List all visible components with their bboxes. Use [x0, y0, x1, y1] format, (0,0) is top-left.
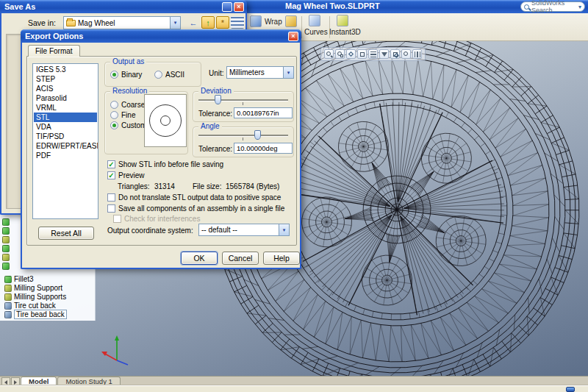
rotate-view-icon[interactable] — [346, 49, 356, 59]
deviation-slider[interactable] — [198, 94, 288, 104]
custom-radio-row[interactable]: Custom — [110, 121, 146, 129]
translate-checkbox-row[interactable]: Do not translate STL output data to posi… — [107, 193, 281, 202]
appearance-icon[interactable] — [412, 49, 422, 59]
tree-item-tire-bead-back[interactable]: Tire bead back — [4, 310, 67, 318]
single-file-checkbox[interactable] — [107, 204, 115, 213]
interferences-checkbox — [113, 215, 121, 223]
cancel-button[interactable]: Cancel — [222, 252, 259, 265]
tree-item-milling-supports[interactable]: Milling Supports — [4, 293, 66, 301]
feature-tree-item-stub[interactable] — [2, 227, 10, 235]
tab-model[interactable]: Model — [21, 377, 57, 385]
slider-tick — [243, 138, 243, 140]
close-icon[interactable]: × — [234, 2, 244, 12]
binary-radio-row[interactable]: Binary — [110, 71, 142, 79]
zoom-fit-icon[interactable] — [324, 49, 334, 59]
display-style-icon[interactable] — [390, 49, 400, 59]
up-folder-icon[interactable]: ↑ — [201, 16, 215, 29]
angle-tolerance-field[interactable]: 10.00000deg — [234, 143, 293, 154]
ascii-radio[interactable] — [154, 71, 162, 79]
slider-thumb[interactable] — [254, 130, 261, 140]
boss-extrude-icon — [4, 285, 12, 292]
status-indicator-icon[interactable] — [566, 387, 575, 392]
coord-system-combobox[interactable]: -- default -- ▾ — [198, 224, 290, 236]
format-option[interactable]: TIF/PSD — [34, 132, 97, 141]
format-option[interactable]: VRML — [34, 103, 97, 113]
view-orientation-icon[interactable] — [379, 49, 389, 59]
zoom-area-icon[interactable] — [335, 49, 345, 59]
chevron-down-icon[interactable]: ▾ — [279, 224, 289, 235]
preview-checkbox[interactable]: ✓ — [107, 171, 115, 179]
show-stl-info-checkbox[interactable]: ✓ — [107, 160, 115, 168]
toolbar-separator — [301, 16, 302, 38]
new-folder-icon[interactable]: * — [216, 16, 229, 29]
save-in-combobox[interactable]: Mag Wheel ▾ — [63, 16, 181, 29]
ascii-radio-row[interactable]: ASCII — [154, 71, 184, 79]
format-option[interactable]: ACIS — [34, 84, 97, 93]
boss-extrude-icon — [4, 293, 12, 301]
binary-radio[interactable] — [110, 71, 118, 79]
wrap-icon[interactable] — [250, 15, 262, 27]
feature-tree-item-stub[interactable] — [2, 262, 10, 270]
feature-tree-item-stub[interactable] — [2, 244, 10, 252]
ok-button[interactable]: OK — [181, 252, 218, 265]
standard-views-icon[interactable] — [368, 49, 378, 59]
curves-button[interactable]: Curves — [304, 28, 328, 36]
chevron-down-icon[interactable]: ▾ — [283, 67, 293, 78]
tab-file-format[interactable]: File Format — [28, 45, 80, 57]
deviation-tolerance-field[interactable]: 0.00189767in — [234, 107, 293, 118]
custom-radio[interactable] — [110, 121, 118, 129]
origin-triad — [100, 331, 134, 366]
tree-item-milling-support[interactable]: Milling Support — [4, 284, 62, 292]
format-option[interactable]: IGES 5.3 — [34, 65, 97, 74]
translate-checkbox[interactable] — [107, 193, 115, 202]
format-option[interactable]: VDA — [34, 122, 97, 132]
folder-icon — [66, 20, 76, 26]
format-option[interactable]: STEP — [34, 74, 97, 84]
tab-scroll-right-icon[interactable] — [11, 377, 20, 385]
format-option[interactable]: EDRW/EPRT/EASM — [34, 141, 97, 151]
fine-radio-row[interactable]: Fine — [110, 111, 135, 119]
instant3d-icon[interactable] — [337, 15, 348, 26]
coarse-radio-row[interactable]: Coarse — [110, 101, 145, 109]
chevron-down-icon[interactable]: ▾ — [170, 17, 180, 29]
instant3d-button[interactable]: Instant3D — [329, 28, 361, 36]
feature-icon — [2, 227, 10, 235]
tab-motion-study[interactable]: Motion Study 1 — [57, 377, 120, 385]
coarse-radio[interactable] — [110, 101, 118, 109]
tree-item-label: Fillet3 — [14, 275, 34, 283]
help-button[interactable]: Help — [263, 252, 300, 265]
chevron-down-icon[interactable]: ▾ — [578, 4, 581, 10]
help-titlebar-button[interactable] — [222, 2, 232, 12]
save-in-label: Save in: — [28, 18, 56, 27]
feature-tree-item-stub[interactable] — [2, 253, 10, 261]
translate-label: Do not translate STL output data to posi… — [118, 193, 281, 202]
fine-radio[interactable] — [110, 111, 118, 119]
single-file-checkbox-row[interactable]: Save all components of an assembly in a … — [107, 204, 284, 213]
pan-icon[interactable] — [357, 49, 367, 59]
wrap-button[interactable]: Wrap — [265, 18, 282, 26]
slider-thumb[interactable] — [215, 95, 221, 104]
show-stl-info-checkbox-row[interactable]: ✓ Show STL info before file saving — [107, 160, 223, 168]
tab-scroll-left-icon[interactable] — [1, 377, 10, 385]
extra-tool-icon[interactable] — [285, 15, 297, 27]
back-icon[interactable]: ← — [187, 16, 200, 29]
coord-system-value: -- default -- — [199, 226, 279, 234]
tree-item-fillet3[interactable]: Fillet3 — [4, 275, 34, 283]
feature-tree-item-stub[interactable] — [2, 218, 10, 226]
curves-icon[interactable] — [309, 15, 320, 26]
solidworks-search[interactable]: SolidWorks Search ▾ — [520, 1, 585, 12]
view-menu-icon[interactable] — [231, 16, 244, 29]
feature-tree-item-stub[interactable] — [2, 235, 10, 243]
format-listbox: IGES 5.3 STEP ACIS Parasolid VRML STL VD… — [32, 63, 98, 219]
unit-combobox[interactable]: Millimeters ▾ — [226, 66, 294, 79]
close-icon[interactable]: × — [288, 32, 298, 41]
format-option[interactable]: Parasolid — [34, 93, 97, 103]
format-option-selected[interactable]: STL — [34, 113, 97, 122]
hide-show-icon[interactable] — [401, 49, 411, 59]
reset-all-button[interactable]: Reset All — [38, 227, 94, 240]
tree-item-tire-cut-back[interactable]: Tire cut back — [4, 302, 56, 310]
angle-slider[interactable] — [198, 129, 288, 140]
format-option[interactable]: PDF — [34, 151, 97, 160]
preview-checkbox-row[interactable]: ✓ Preview — [107, 171, 145, 179]
triangles-label: Triangles: — [118, 182, 150, 190]
